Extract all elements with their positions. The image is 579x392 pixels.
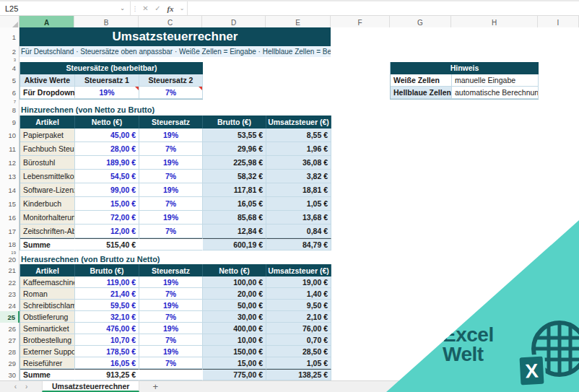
sum-label[interactable]: Summe — [20, 369, 75, 380]
cell-article[interactable]: Reiseführer — [20, 357, 75, 369]
cell-rate[interactable]: 19% — [139, 183, 203, 197]
sum-value[interactable]: 138,25 € — [266, 369, 331, 380]
cell-calc[interactable]: 20,00 € — [203, 288, 266, 300]
cell-input[interactable]: 15,00 € — [75, 197, 139, 211]
cell-rate[interactable]: 19% — [139, 211, 203, 225]
cell-rate[interactable]: 7% — [139, 311, 203, 323]
cell-input[interactable]: 16,05 € — [75, 357, 139, 369]
cell-calc[interactable]: 1,96 € — [266, 142, 331, 156]
cell-rate[interactable]: 7% — [139, 357, 203, 369]
tax-header-cell[interactable]: Steuersatz 2 — [139, 74, 203, 87]
row-header[interactable]: 9 — [0, 116, 19, 129]
cell-calc[interactable]: 30,00 € — [203, 311, 266, 323]
cell-input[interactable]: 119,00 € — [75, 276, 139, 288]
cell-input[interactable]: 59,50 € — [75, 300, 139, 311]
row-header[interactable]: 15 — [0, 197, 19, 211]
row-header[interactable]: 7 — [0, 99, 19, 104]
sum-empty[interactable] — [139, 369, 203, 380]
cell-calc[interactable]: 3,82 € — [266, 170, 331, 183]
sum-empty[interactable] — [139, 238, 203, 251]
cell-rate[interactable]: 19% — [139, 129, 203, 142]
cell-input[interactable]: 32,10 € — [75, 311, 139, 323]
tax-header-cell[interactable]: Aktive Werte — [20, 74, 75, 87]
cell-input[interactable]: 189,90 € — [75, 156, 139, 170]
row-header[interactable]: 18 — [0, 238, 19, 251]
col-header[interactable]: Brutto (€) — [203, 116, 266, 129]
chevron-down-icon[interactable]: ⌄ — [120, 5, 125, 12]
cell-article[interactable]: Zeitschriften-Abo — [20, 225, 75, 238]
cell-article[interactable]: Externer Support — [20, 346, 75, 357]
cell-rate[interactable]: 7% — [139, 334, 203, 346]
row-header[interactable]: 14 — [0, 183, 19, 197]
cell-calc[interactable]: 58,32 € — [203, 170, 266, 183]
cancel-icon[interactable]: ✕ — [139, 1, 152, 15]
sum-value[interactable]: 84,79 € — [266, 238, 331, 251]
col-header[interactable]: Steuersatz — [139, 116, 203, 129]
tab-nav-right-icon[interactable]: › — [25, 383, 27, 391]
tax-table-title[interactable]: Steuersätze (bearbeitbar) — [20, 62, 203, 74]
sheet-tab-active[interactable]: Umsatzsteuerrechner — [42, 381, 139, 392]
add-sheet-icon[interactable]: + — [139, 381, 171, 392]
cell-calc[interactable]: 1,40 € — [266, 288, 331, 300]
sum-value[interactable]: 600,19 € — [203, 238, 266, 251]
row-header[interactable]: 10 — [0, 129, 19, 142]
col-header[interactable]: Netto (€) — [203, 264, 266, 276]
cell-calc[interactable]: 28,50 € — [266, 346, 331, 357]
cell-article[interactable]: Fachbuch Steuerrecht — [20, 142, 75, 156]
col-header[interactable]: Artikel — [20, 264, 75, 276]
formula-input[interactable] — [187, 1, 579, 15]
cell-calc[interactable]: 85,68 € — [203, 211, 266, 225]
tax-rate2-cell[interactable]: 7% — [139, 87, 203, 99]
cell-rate[interactable]: 7% — [139, 142, 203, 156]
cell-calc[interactable]: 15,00 € — [203, 357, 266, 369]
row-header[interactable]: 29 — [0, 357, 19, 369]
cell-calc[interactable]: 16,05 € — [203, 197, 266, 211]
hint-cell[interactable]: Hellblaue Zellen — [391, 87, 452, 99]
cell-article[interactable]: Roman — [20, 288, 75, 300]
cell-calc[interactable]: 150,00 € — [203, 346, 266, 357]
subtitle-banner[interactable]: Für Deutschland · Steuersätze oben anpas… — [19, 46, 331, 57]
cell-input[interactable]: 99,00 € — [75, 183, 139, 197]
cell-calc[interactable]: 9,50 € — [266, 300, 331, 311]
row-header[interactable]: 13 — [0, 170, 19, 183]
cell-article[interactable]: Obstlieferung — [20, 311, 75, 323]
col-header[interactable]: Umsatzsteuer (€) — [266, 116, 331, 129]
cell-input[interactable]: 72,00 € — [75, 211, 139, 225]
cell-article[interactable]: Bürostuhl — [20, 156, 75, 170]
cell-calc[interactable]: 76,00 € — [266, 323, 331, 334]
sum-label[interactable]: Summe — [20, 238, 75, 251]
tax-header-cell[interactable]: Steuersatz 1 — [75, 74, 139, 87]
cell-calc[interactable]: 8,55 € — [266, 129, 331, 142]
cell-calc[interactable]: 225,98 € — [203, 156, 266, 170]
cell-rate[interactable]: 19% — [139, 323, 203, 334]
hint-cell[interactable]: automatische Berechnung — [452, 87, 539, 99]
cell-calc[interactable]: 10,00 € — [203, 334, 266, 346]
cell-input[interactable]: 21,40 € — [75, 288, 139, 300]
cell-input[interactable]: 178,50 € — [75, 346, 139, 357]
cell-calc[interactable]: 12,84 € — [203, 225, 266, 238]
cell-calc[interactable]: 100,00 € — [203, 276, 266, 288]
cell-calc[interactable]: 0,70 € — [266, 334, 331, 346]
row-header[interactable]: 24 — [0, 300, 19, 311]
cell-calc[interactable]: 50,00 € — [203, 300, 266, 311]
cell-calc[interactable]: 19,00 € — [266, 276, 331, 288]
row-header[interactable]: 5 — [0, 74, 19, 87]
sum-value[interactable]: 515,40 € — [75, 238, 139, 251]
tab-nav-left-icon[interactable]: ‹ — [14, 383, 17, 391]
cell-calc[interactable]: 36,08 € — [266, 156, 331, 170]
cell-article[interactable]: Software-Lizenz — [20, 183, 75, 197]
row-header[interactable]: 23 — [0, 288, 19, 300]
chevron-down-icon[interactable]: ⌄ — [177, 1, 187, 15]
cell-article[interactable]: Lebensmittelkorb — [20, 170, 75, 183]
hint-cell[interactable]: Weiße Zellen — [391, 74, 452, 87]
row-header[interactable]: 11 — [0, 142, 19, 156]
row-header[interactable]: 2 — [0, 46, 19, 57]
confirm-icon[interactable]: ✓ — [152, 1, 164, 15]
cell-calc[interactable]: 2,10 € — [266, 311, 331, 323]
cell-rate[interactable]: 7% — [139, 197, 203, 211]
cell-calc[interactable]: 29,96 € — [203, 142, 266, 156]
row-header[interactable]: 12 — [0, 156, 19, 170]
cell-article[interactable]: Seminarticket — [20, 323, 75, 334]
cell-calc[interactable]: 0,84 € — [266, 225, 331, 238]
cell-rate[interactable]: 7% — [139, 288, 203, 300]
